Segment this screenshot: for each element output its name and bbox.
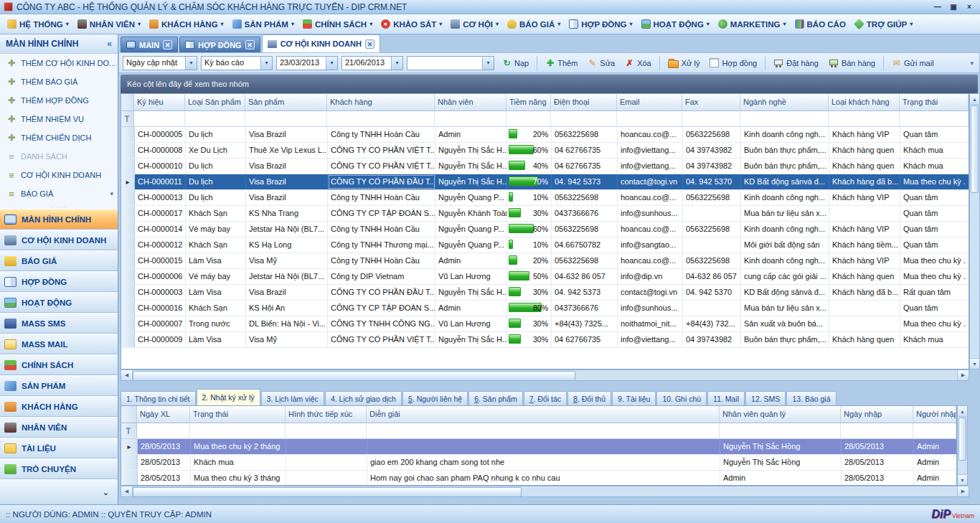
column-header-ngay-xl[interactable]: Ngày XL xyxy=(137,406,190,423)
column-header-nganh-nghe[interactable]: Ngành nghề xyxy=(740,94,829,110)
sidebar-footer[interactable]: ⌄ xyxy=(0,479,118,504)
table-row[interactable]: CH-0000005Du lịchVisa BrazilCông ty TNHH… xyxy=(121,127,969,143)
tab-hop-ong[interactable]: HỢP ĐỒNG ✕ xyxy=(179,37,260,52)
detail-tab-6-san-pham[interactable]: 6. Sản phẩm xyxy=(468,391,523,405)
table-row[interactable]: ▸CH-0000011Du lịchVisa BrazilCÔNG TY CỔ … xyxy=(121,174,969,190)
menu-khao-sat[interactable]: KHẢO SÁT ▾ xyxy=(377,17,446,31)
detail-row[interactable]: 28/05/2013Mua theo chu kỳ 3 thángHom nay… xyxy=(121,471,956,486)
menu-tro-giup[interactable]: TRỢ GIÚP ▾ xyxy=(850,17,917,31)
minimize-icon[interactable]: — xyxy=(930,1,945,12)
table-row[interactable]: CH-0000009Làm VisaVisa MỹCÔNG TY CỔ PHẦN… xyxy=(121,332,969,348)
scroll-left-icon[interactable]: ◀ xyxy=(121,370,133,380)
table-row[interactable]: CH-0000015Làm VisaVisa MỹCông ty TNHH Ho… xyxy=(121,253,969,269)
column-header-loai-san-pham[interactable]: Loại Sản phẩm xyxy=(185,94,245,110)
table-row[interactable]: CH-0000016Khách SạnKS Hội AnCÔNG TY CP T… xyxy=(121,301,969,316)
hop-ong-button[interactable]: Hợp đồng xyxy=(705,56,761,70)
menu-co-hoi[interactable]: CƠ HỘI ▾ xyxy=(446,17,503,31)
column-header-hinh-thuc-tiep-xuc[interactable]: Hình thức tiếp xúc xyxy=(286,406,367,423)
menu-nhan-vien[interactable]: NHÂN VIÊN ▾ xyxy=(73,17,145,31)
menu-khach-hang[interactable]: KHÁCH HÀNG ▾ xyxy=(145,17,228,31)
chevron-down-icon[interactable]: ⌄ xyxy=(103,488,109,497)
scroll-up-icon[interactable]: ▲ xyxy=(958,406,967,417)
detail-row[interactable]: ▸28/05/2013Mua theo chu kỳ 2 thángNguyễn… xyxy=(121,439,956,455)
filter-field-combo[interactable]: Ngày cập nhật ▾ xyxy=(123,56,197,70)
filter-cell[interactable] xyxy=(841,423,913,438)
detail-tab-7-oi-tac[interactable]: 7. Đối tác xyxy=(524,391,567,405)
filter-cell[interactable] xyxy=(185,111,245,126)
xoa-button[interactable]: ✗ Xóa xyxy=(621,56,656,70)
scroll-down-icon[interactable]: ▼ xyxy=(958,474,967,485)
column-header-fax[interactable]: Fax xyxy=(682,94,740,110)
sidebar-link-them-bao-gia[interactable]: ✚ THÊM BÁO GIÁ xyxy=(0,72,118,91)
them-button[interactable]: ✚ Thêm xyxy=(541,56,582,70)
sidebar-item-mass-mail[interactable]: MASS MAIL xyxy=(0,334,118,354)
column-header-trang-thai[interactable]: Trạng thái xyxy=(900,94,969,110)
chevron-down-icon[interactable]: ▾ xyxy=(260,57,272,70)
menu-hop-ong[interactable]: HỢP ĐỒNG ▾ xyxy=(565,17,636,31)
column-header-nhan-vien[interactable]: Nhân viên xyxy=(435,94,507,110)
sidebar-link-danh-sach[interactable]: ≡ DANH SÁCH xyxy=(0,147,118,166)
menu-marketing[interactable]: MARKETING ▾ xyxy=(714,17,791,31)
search-combo[interactable]: ▾ xyxy=(407,56,494,70)
sidebar-link-bao-gia[interactable]: ≡ BÁO GIÁ ▾ xyxy=(0,184,118,203)
filter-cell[interactable] xyxy=(435,111,507,126)
table-row[interactable]: CH-0000008Xe Du LịchThuê Xe Vip Lexus L.… xyxy=(121,143,969,159)
filter-cell[interactable] xyxy=(551,111,617,126)
column-header-san-pham[interactable]: Sản phẩm xyxy=(245,94,327,110)
sidebar-item-co-hoi-kinh-doanh[interactable]: CƠ HỘI KINH DOANH xyxy=(0,230,118,250)
menu-chinh-sach[interactable]: CHÍNH SÁCH ▾ xyxy=(298,17,377,31)
sidebar-link-them-co-hoi-kinh-do[interactable]: ✚ THÊM CƠ HỘI KINH DO... xyxy=(0,54,118,72)
scrollbar-thumb[interactable] xyxy=(971,105,979,193)
detail-tab-12-sms[interactable]: 12. SMS xyxy=(745,391,786,405)
scroll-left-icon[interactable]: ◀ xyxy=(121,486,133,496)
filter-cell[interactable] xyxy=(829,111,900,126)
detail-tab-5-nguoi-lien-he[interactable]: 5. Người liên hệ xyxy=(402,391,468,405)
sidebar-item-man-hinh-chinh[interactable]: MÀN HÌNH CHÍNH xyxy=(0,209,118,230)
sidebar-link-them-nhiem-vu[interactable]: ✚ THÊM NHIỆM VỤ xyxy=(0,110,118,128)
column-header-ngay-nhap[interactable]: Ngày nhập xyxy=(841,406,913,423)
scroll-right-icon[interactable]: ▶ xyxy=(957,486,969,496)
detail-tab-4-lich-su-giao-dich[interactable]: 4. Lịch sử giao dịch xyxy=(325,391,402,405)
scrollbar-thumb[interactable] xyxy=(133,371,575,381)
filter-cell[interactable] xyxy=(913,423,956,438)
sidebar-item-hoat-ong[interactable]: HOẠT ĐỘNG xyxy=(0,292,118,313)
table-row[interactable]: CH-0000013Du lịchVisa BrazilCông ty TNHH… xyxy=(121,190,969,206)
sidebar-item-san-pham[interactable]: SẢN PHẨM xyxy=(0,375,118,396)
sidebar-link-them-chien-dich[interactable]: ✚ THÊM CHIẾN DỊCH xyxy=(0,128,118,147)
column-header-email[interactable]: Email xyxy=(617,94,682,110)
toolbar-overflow-icon[interactable]: ▾ xyxy=(970,60,976,67)
scroll-down-icon[interactable]: ▼ xyxy=(970,358,979,369)
scrollbar-thumb[interactable] xyxy=(133,487,522,497)
filter-funnel-icon[interactable] xyxy=(121,423,137,438)
filter-cell[interactable] xyxy=(682,111,740,126)
filter-cell[interactable] xyxy=(190,423,286,438)
filter-cell[interactable] xyxy=(720,423,841,438)
detail-tab-9-tai-lieu[interactable]: 9. Tài liệu xyxy=(612,391,656,405)
filter-cell[interactable] xyxy=(137,423,190,438)
filter-cell[interactable] xyxy=(286,423,367,438)
grid-vertical-scrollbar[interactable]: ▲ ▼ xyxy=(969,93,980,369)
menu-bao-cao[interactable]: BÁO CÁO xyxy=(791,17,850,31)
menu-san-pham[interactable]: SẢN PHẨM ▾ xyxy=(228,17,298,31)
column-header-dien-giai[interactable]: Diễn giải xyxy=(367,406,720,423)
detail-tab-3-lich-lam-viec[interactable]: 3. Lịch làm việc xyxy=(261,391,324,405)
at-hang-button[interactable]: Đặt hàng xyxy=(769,56,823,70)
restore-icon[interactable]: ▣ xyxy=(946,1,961,12)
detail-row[interactable]: 28/05/2013Khách muagiao em 200 khang cha… xyxy=(121,455,956,471)
filter-cell[interactable] xyxy=(900,111,969,126)
table-row[interactable]: CH-0000006Vé máy bayJetstar Hà Nội (BL7.… xyxy=(121,269,969,285)
sidebar-item-mass-sms[interactable]: MASS SMS xyxy=(0,313,118,334)
close-icon[interactable]: ✕ xyxy=(245,40,255,50)
menu-bao-gia[interactable]: BÁO GIÁ ▾ xyxy=(503,17,565,31)
filter-cell[interactable] xyxy=(245,111,327,126)
filter-cell[interactable] xyxy=(134,111,185,126)
filter-funnel-icon[interactable] xyxy=(121,111,134,126)
sidebar-item-chinh-sach[interactable]: CHÍNH SÁCH xyxy=(0,354,118,375)
filter-cell[interactable] xyxy=(507,111,551,126)
close-icon[interactable]: ✕ xyxy=(163,40,172,50)
sidebar-link-them-hop-ong[interactable]: ✚ THÊM HỢP ĐỒNG xyxy=(0,91,118,110)
scroll-up-icon[interactable]: ▲ xyxy=(970,94,979,105)
scroll-right-icon[interactable]: ▶ xyxy=(957,370,969,380)
detail-tab-10-ghi-chu[interactable]: 10. Ghi chú xyxy=(656,391,707,405)
chevron-down-icon[interactable]: ▾ xyxy=(185,57,197,70)
